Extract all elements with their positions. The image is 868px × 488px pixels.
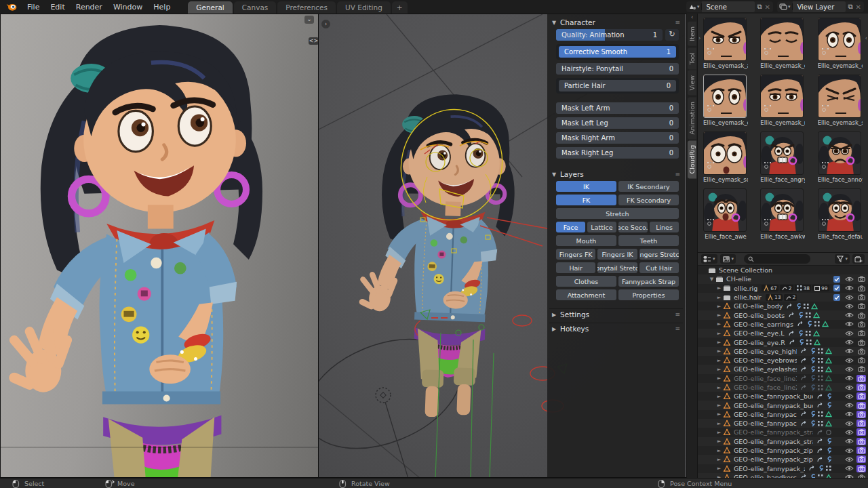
render-camera-icon[interactable] — [856, 384, 866, 391]
pose-thumbnail[interactable] — [760, 188, 804, 232]
expand-toggle-icon[interactable]: ► — [715, 331, 723, 336]
outliner-row[interactable]: ►GEO-ellie_fannypack_buckle_ext — [698, 392, 868, 401]
expand-toggle-icon[interactable]: ► — [715, 394, 723, 399]
hide-eye-icon[interactable] — [845, 375, 854, 382]
new-collection-button[interactable] — [852, 254, 865, 264]
outliner-item-name[interactable]: GEO-ellie_fannypack_strap — [734, 420, 797, 427]
outliner-row[interactable]: ►ellie.rig6723899 — [698, 284, 868, 293]
layer-button-teeth[interactable]: Teeth — [618, 235, 679, 246]
scene-icon[interactable]: ▾ — [686, 3, 703, 10]
view-layer-selector[interactable]: ▾ View Layer ⧉ ✕ — [777, 1, 864, 12]
outliner-item-name[interactable]: GEO-ellie_fannypack_buckle_ext — [734, 392, 813, 400]
outliner-row[interactable]: ►GEO-ellie_eye.R — [698, 338, 868, 346]
render-camera-icon[interactable] — [856, 465, 866, 472]
pose-thumbnail[interactable] — [760, 131, 804, 175]
outliner-item-name[interactable]: GEO-ellie_eyelashes — [734, 365, 797, 373]
expand-toggle-icon[interactable]: ► — [715, 340, 723, 345]
hide-eye-icon[interactable] — [845, 456, 854, 463]
render-camera-icon[interactable] — [856, 293, 866, 301]
outliner-row[interactable]: ►GEO-ellie_face_line1 — [698, 374, 868, 383]
pose-asset-awe[interactable]: Ellie_face_awe — [703, 188, 748, 240]
render-camera-icon[interactable] — [856, 357, 866, 364]
hide-eye-icon[interactable] — [845, 330, 854, 337]
render-camera-icon[interactable] — [856, 447, 866, 454]
pose-asset-annoyed[interactable]: Ellie_face_annoyed — [818, 131, 863, 183]
pose-asset-fangry[interactable]: Ellie_face_angry — [760, 131, 805, 183]
menu-render[interactable]: Render — [71, 1, 108, 13]
editor-type-dropdown[interactable]: ▾ — [701, 254, 717, 264]
display-mode-dropdown[interactable]: ▾ — [720, 254, 736, 264]
outliner-item-name[interactable]: ellie.hair — [734, 293, 762, 301]
settings-panel-header[interactable]: ▶ Settings ≡ — [549, 309, 683, 320]
outliner-row[interactable]: ►GEO-ellie_eyebrows — [698, 356, 868, 365]
pose-thumbnail[interactable] — [703, 18, 747, 61]
panel-grip-icon[interactable]: ≡ — [675, 325, 680, 332]
outliner-search[interactable] — [744, 254, 810, 264]
expand-toggle-icon[interactable]: ► — [715, 457, 723, 462]
hide-eye-icon[interactable] — [845, 276, 854, 283]
search-input[interactable] — [757, 256, 804, 262]
layer-button-face-seco-[interactable]: Face Seco... — [618, 222, 648, 232]
panel-expand-icon[interactable]: ▶ — [552, 326, 560, 332]
render-camera-icon[interactable] — [856, 312, 866, 319]
remove-view-layer-icon[interactable]: ✕ — [855, 3, 864, 11]
corrective-smooth-toggle[interactable]: Corrective Smooth 1 — [559, 46, 676, 58]
outliner-item-name[interactable]: GEO-ellie_fannypack_strap_slide — [734, 438, 813, 445]
viewport-3d[interactable]: › ▼ Character ≡ Quality: Animation 1 — [319, 14, 686, 478]
layer-button-face[interactable]: Face — [556, 222, 585, 232]
outliner-row[interactable]: ►GEO-ellie_body — [698, 302, 868, 310]
outliner-item-name[interactable]: GEO-ellie_eye.R — [734, 339, 785, 346]
pose-thumbnail[interactable] — [703, 75, 747, 118]
expand-toggle-icon[interactable]: ► — [715, 439, 723, 444]
hide-eye-icon[interactable] — [845, 411, 854, 418]
render-camera-icon[interactable] — [856, 348, 866, 355]
layer-button-fingers-fk[interactable]: Fingers FK — [556, 249, 595, 260]
expand-toggle-icon[interactable]: ► — [715, 312, 723, 318]
workspace-tab-uv-editing[interactable]: UV Editing — [337, 1, 391, 14]
pose-thumbnail[interactable] — [760, 18, 804, 61]
render-camera-icon[interactable] — [856, 275, 866, 283]
panel-grip-icon[interactable]: ≡ — [675, 311, 680, 318]
pose-thumbnail[interactable] — [703, 188, 747, 232]
workspace-tab-preferences[interactable]: Preferences — [277, 1, 336, 14]
outliner-item-name[interactable]: GEO-ellie_earrings — [734, 321, 793, 328]
exclude-checkbox[interactable] — [833, 285, 840, 291]
outliner-item-name[interactable]: GEO-ellie_body — [734, 302, 783, 310]
layer-button-lines[interactable]: Lines — [650, 222, 679, 232]
outliner-item-name[interactable]: GEO-ellie_eye.L — [734, 329, 785, 337]
duplicate-scene-icon[interactable]: ⧉ — [755, 3, 764, 11]
expand-toggle-icon[interactable]: ► — [715, 367, 723, 372]
exclude-checkbox[interactable] — [833, 294, 840, 301]
render-camera-icon[interactable] — [856, 428, 866, 436]
refresh-rig-button[interactable]: ↻ — [665, 29, 679, 41]
expand-toggle-icon[interactable]: ► — [715, 304, 723, 309]
expand-toggle-icon[interactable]: ► — [715, 430, 723, 435]
scene-name[interactable]: Scene — [702, 1, 755, 12]
hide-eye-icon[interactable] — [845, 303, 854, 310]
region-toggle-icon[interactable]: › — [698, 35, 701, 41]
outliner-item-name[interactable]: Scene Collection — [719, 266, 772, 274]
pose-thumbnail[interactable] — [818, 131, 861, 175]
workspace-tab-canvas[interactable]: Canvas — [234, 1, 277, 14]
hide-eye-icon[interactable] — [845, 312, 854, 319]
hide-eye-icon[interactable] — [845, 402, 854, 409]
render-camera-icon[interactable] — [856, 402, 866, 409]
expand-header-icon[interactable]: › — [321, 20, 330, 28]
render-camera-icon[interactable] — [856, 329, 866, 337]
layer-button-fk-secondary[interactable]: FK Secondary — [618, 195, 679, 205]
outliner-row[interactable]: ►GEO-ellie_eyelashes — [698, 365, 868, 373]
outliner-row[interactable]: ►GEO-ellie_fannypack_strap_end — [698, 428, 868, 436]
layer-button-cut-hair[interactable]: Cut Hair — [639, 262, 679, 273]
mask-slider-mask-right-arm[interactable]: Mask Right Arm0 — [556, 132, 679, 144]
render-camera-icon[interactable] — [856, 375, 866, 382]
region-toggle-icon[interactable]: ‹ — [691, 14, 693, 22]
expand-toggle-icon[interactable]: ► — [715, 385, 723, 390]
hide-eye-icon[interactable] — [845, 447, 854, 454]
hide-eye-icon[interactable] — [845, 393, 854, 400]
hide-eye-icon[interactable] — [845, 420, 854, 427]
hide-eye-icon[interactable] — [845, 465, 854, 472]
pose-asset-cont[interactable]: Ellie_eyemask_cont... — [703, 75, 748, 126]
exclude-checkbox[interactable] — [833, 276, 840, 283]
render-camera-icon[interactable] — [856, 365, 866, 373]
outliner-row[interactable]: ►GEO-ellie_eye.L — [698, 329, 868, 338]
